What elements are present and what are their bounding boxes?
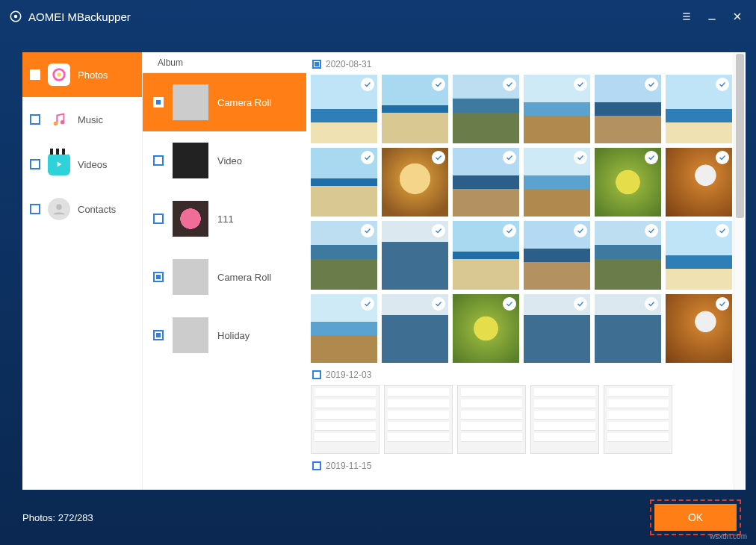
svg-point-10 bbox=[54, 122, 58, 126]
watermark: wsxdn.com bbox=[710, 532, 747, 541]
photo-thumb[interactable] bbox=[382, 148, 448, 217]
title-bar: AOMEI MBackupper bbox=[0, 0, 756, 33]
photo-thumb[interactable] bbox=[453, 294, 519, 363]
photo-group-header[interactable]: 2019-12-03 bbox=[312, 367, 732, 382]
category-sidebar: Photos Music Videos bbox=[22, 52, 142, 490]
scrollbar[interactable] bbox=[734, 52, 746, 490]
minimize-button[interactable] bbox=[699, 4, 725, 29]
album-label: Camera Roll bbox=[217, 97, 271, 108]
photo-thumb[interactable] bbox=[311, 75, 377, 143]
photo-thumb[interactable] bbox=[453, 221, 519, 290]
photo-thumb[interactable] bbox=[530, 385, 599, 454]
checkbox-icon[interactable] bbox=[153, 272, 164, 282]
photo-thumb[interactable] bbox=[382, 294, 448, 363]
photo-thumb[interactable] bbox=[595, 148, 661, 217]
checkbox-icon[interactable] bbox=[30, 114, 40, 125]
photo-thumb[interactable] bbox=[666, 294, 732, 363]
album-column: Album Camera Roll Video 111 bbox=[142, 52, 306, 490]
album-item[interactable]: 111 bbox=[143, 190, 306, 248]
checkbox-icon[interactable] bbox=[153, 330, 164, 340]
check-icon bbox=[361, 78, 374, 91]
photo-thumb[interactable] bbox=[666, 221, 732, 290]
svg-point-1 bbox=[14, 15, 18, 19]
photo-thumb[interactable] bbox=[666, 75, 732, 143]
contacts-icon bbox=[48, 198, 70, 220]
checkbox-icon[interactable] bbox=[312, 370, 321, 379]
album-label: Camera Roll bbox=[217, 272, 271, 283]
album-item[interactable]: Camera Roll bbox=[143, 248, 306, 306]
svg-marker-12 bbox=[58, 162, 62, 167]
app-window: AOMEI MBackupper Photos bbox=[0, 0, 756, 545]
photo-thumb[interactable] bbox=[382, 75, 448, 143]
album-item[interactable]: Holiday bbox=[143, 306, 306, 364]
svg-point-11 bbox=[61, 120, 65, 125]
photo-thumb[interactable] bbox=[666, 148, 732, 217]
sidebar-item-contacts[interactable]: Contacts bbox=[22, 187, 142, 231]
checkbox-icon[interactable] bbox=[30, 69, 40, 80]
checkbox-icon[interactable] bbox=[312, 461, 321, 470]
check-icon bbox=[645, 78, 658, 91]
check-icon bbox=[645, 151, 658, 164]
checkbox-icon[interactable] bbox=[153, 97, 164, 108]
check-icon bbox=[716, 224, 729, 237]
album-label: 111 bbox=[217, 214, 234, 225]
checkbox-icon[interactable] bbox=[30, 159, 40, 169]
album-thumb bbox=[173, 317, 208, 353]
photo-thumb[interactable] bbox=[524, 221, 590, 290]
photo-thumb[interactable] bbox=[311, 148, 377, 217]
checkbox-icon[interactable] bbox=[153, 155, 164, 166]
checkbox-icon[interactable] bbox=[312, 60, 321, 69]
photo-thumb[interactable] bbox=[595, 75, 661, 143]
photo-thumb[interactable] bbox=[453, 75, 519, 143]
group-date: 2019-12-03 bbox=[326, 370, 371, 380]
check-icon bbox=[503, 151, 516, 164]
check-icon bbox=[574, 151, 587, 164]
photos-icon bbox=[48, 63, 70, 86]
photo-thumb[interactable] bbox=[595, 221, 661, 290]
check-icon bbox=[361, 297, 374, 311]
check-icon bbox=[432, 224, 445, 237]
ok-button[interactable]: OK bbox=[654, 504, 737, 531]
photo-group-header[interactable]: 2020-08-31 bbox=[312, 57, 732, 72]
close-button[interactable] bbox=[725, 4, 750, 29]
ok-highlight: OK bbox=[650, 499, 741, 535]
scrollbar-thumb[interactable] bbox=[736, 54, 744, 218]
videos-icon bbox=[48, 153, 70, 175]
photo-thumb[interactable] bbox=[311, 385, 379, 454]
photo-thumb[interactable] bbox=[524, 294, 590, 363]
photo-thumb[interactable] bbox=[524, 148, 590, 217]
footer: Photos: 272/283 OK bbox=[0, 490, 756, 545]
check-icon bbox=[716, 297, 729, 311]
photo-grid-scroll[interactable]: 2020-08-31 bbox=[306, 52, 734, 490]
photo-grid-area: 2020-08-31 bbox=[306, 52, 746, 490]
photo-thumb[interactable] bbox=[604, 385, 672, 454]
group-date: 2019-11-15 bbox=[326, 461, 371, 471]
photo-thumb[interactable] bbox=[453, 148, 519, 217]
photo-thumb[interactable] bbox=[382, 221, 448, 290]
photo-thumb[interactable] bbox=[595, 294, 661, 363]
check-icon bbox=[574, 297, 587, 311]
photo-thumb[interactable] bbox=[457, 385, 526, 454]
photo-thumb[interactable] bbox=[384, 385, 453, 454]
checkbox-icon[interactable] bbox=[30, 204, 40, 214]
album-item[interactable]: Camera Roll bbox=[143, 73, 306, 131]
body-row: Photos Music Videos bbox=[0, 33, 756, 490]
sidebar-item-videos[interactable]: Videos bbox=[22, 142, 142, 187]
check-icon bbox=[716, 151, 729, 164]
sidebar-item-photos[interactable]: Photos bbox=[22, 52, 142, 97]
photo-thumb[interactable] bbox=[524, 75, 590, 143]
checkbox-icon[interactable] bbox=[153, 214, 164, 224]
album-thumb bbox=[173, 84, 208, 120]
app-logo-icon bbox=[9, 10, 22, 23]
list-view-icon[interactable] bbox=[674, 4, 699, 29]
check-icon bbox=[503, 224, 516, 237]
photo-thumb[interactable] bbox=[311, 294, 377, 363]
check-icon bbox=[361, 224, 374, 237]
music-icon bbox=[48, 108, 70, 131]
check-icon bbox=[361, 151, 374, 164]
check-icon bbox=[503, 297, 516, 311]
photo-thumb[interactable] bbox=[311, 221, 377, 290]
album-item[interactable]: Video bbox=[143, 131, 306, 190]
sidebar-item-music[interactable]: Music bbox=[22, 97, 142, 142]
photo-group-header[interactable]: 2019-11-15 bbox=[312, 458, 732, 473]
